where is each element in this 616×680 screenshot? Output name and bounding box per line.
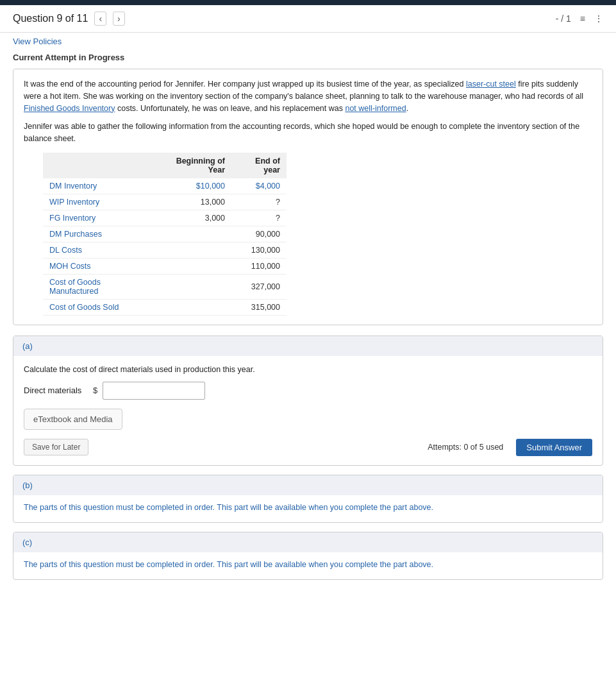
col-header-boy: Beginning of Year: [153, 153, 231, 178]
row-label: FG Inventory: [43, 210, 153, 226]
prev-button[interactable]: ‹: [94, 12, 106, 26]
etextbook-btn[interactable]: eTextbook and Media: [24, 409, 122, 430]
row-boy: 3,000: [153, 210, 231, 226]
row-eoy: 130,000: [231, 242, 287, 258]
part-c-body: The parts of this question must be compl…: [13, 552, 603, 579]
table-row: DM Purchases90,000: [43, 226, 287, 242]
table-row: Cost of Goods Manufactured327,000: [43, 274, 287, 299]
row-label: Cost of Goods Manufactured: [43, 274, 153, 299]
not-well-informed-link: not well-informed: [345, 104, 406, 113]
row-eoy: 90,000: [231, 226, 287, 242]
row-boy: $10,000: [153, 178, 231, 194]
row-boy: [153, 258, 231, 274]
part-a-box: (a) Calculate the cost of direct materia…: [13, 336, 603, 466]
part-a-label: (a): [22, 341, 33, 351]
row-label: WIP Inventory: [43, 194, 153, 210]
col-header-eoy: End of year: [231, 153, 287, 178]
table-row: DL Costs130,000: [43, 242, 287, 258]
more-icon[interactable]: ⋮: [594, 13, 603, 24]
table-row: MOH Costs110,000: [43, 258, 287, 274]
row-eoy: $4,000: [231, 178, 287, 194]
submit-area: Attempts: 0 of 5 used Submit Answer: [428, 439, 592, 456]
page-indicator: - / 1: [556, 13, 571, 24]
row-boy: 13,000: [153, 194, 231, 210]
table-row: DM Inventory$10,000$4,000: [43, 178, 287, 194]
direct-materials-input[interactable]: [103, 382, 205, 400]
story-para2: Jennifer was able to gather the followin…: [24, 121, 592, 145]
part-b-box: (b) The parts of this question must be c…: [13, 475, 603, 523]
part-b-body: The parts of this question must be compl…: [13, 495, 603, 522]
question-label: Question 9 of 11: [13, 13, 88, 24]
part-b-locked-text: The parts of this question must be compl…: [24, 500, 592, 514]
list-icon[interactable]: ≡: [580, 13, 585, 24]
part-c-label: (c): [22, 538, 32, 547]
row-eoy: 315,000: [231, 299, 287, 315]
main-content: It was the end of the accounting period …: [0, 69, 616, 602]
view-policies-link[interactable]: View Policies: [0, 33, 616, 47]
row-eoy: 327,000: [231, 274, 287, 299]
part-b-header: (b): [13, 475, 603, 495]
row-label: MOH Costs: [43, 258, 153, 274]
bottom-row: Save for Later Attempts: 0 of 5 used Sub…: [24, 439, 592, 456]
inventory-table: Beginning of Year End of year DM Invento…: [43, 153, 287, 316]
row-eoy: ?: [231, 194, 287, 210]
row-eoy: 110,000: [231, 258, 287, 274]
row-boy: [153, 299, 231, 315]
row-boy: [153, 274, 231, 299]
part-c-header: (c): [13, 532, 603, 552]
part-c-box: (c) The parts of this question must be c…: [13, 532, 603, 580]
table-row: WIP Inventory13,000?: [43, 194, 287, 210]
header: Question 9 of 11 ‹ › - / 1 ≡ ⋮: [0, 5, 616, 33]
part-a-body: Calculate the cost of direct materials u…: [13, 356, 603, 465]
row-label: DL Costs: [43, 242, 153, 258]
part-b-label: (b): [22, 480, 33, 490]
direct-materials-label: Direct materials: [24, 386, 88, 395]
next-button[interactable]: ›: [113, 12, 125, 26]
row-label: DM Inventory: [43, 178, 153, 194]
top-bar: [0, 0, 616, 5]
current-attempt-label: Current Attempt in Progress: [0, 47, 616, 69]
row-boy: [153, 242, 231, 258]
laser-cut-link: laser-cut steel: [466, 80, 516, 89]
dollar-sign: $: [93, 386, 97, 395]
col-header-empty: [43, 153, 153, 178]
story-para1: It was the end of the accounting period …: [24, 78, 592, 114]
part-a-header: (a): [13, 336, 603, 356]
row-label: DM Purchases: [43, 226, 153, 242]
save-later-button[interactable]: Save for Later: [24, 439, 88, 455]
header-left: Question 9 of 11 ‹ ›: [13, 12, 125, 26]
table-row: Cost of Goods Sold315,000: [43, 299, 287, 315]
direct-materials-row: Direct materials $: [24, 382, 592, 400]
attempts-text: Attempts: 0 of 5 used: [428, 443, 503, 452]
header-right: - / 1 ≡ ⋮: [556, 13, 603, 24]
fg-inventory-link: Finished Goods Inventory: [24, 104, 115, 113]
row-eoy: ?: [231, 210, 287, 226]
row-label: Cost of Goods Sold: [43, 299, 153, 315]
table-row: FG Inventory3,000?: [43, 210, 287, 226]
part-a-instruction: Calculate the cost of direct materials u…: [24, 365, 592, 374]
story-box: It was the end of the accounting period …: [13, 69, 603, 325]
part-c-locked-text: The parts of this question must be compl…: [24, 557, 592, 572]
row-boy: [153, 226, 231, 242]
submit-button[interactable]: Submit Answer: [516, 439, 592, 456]
